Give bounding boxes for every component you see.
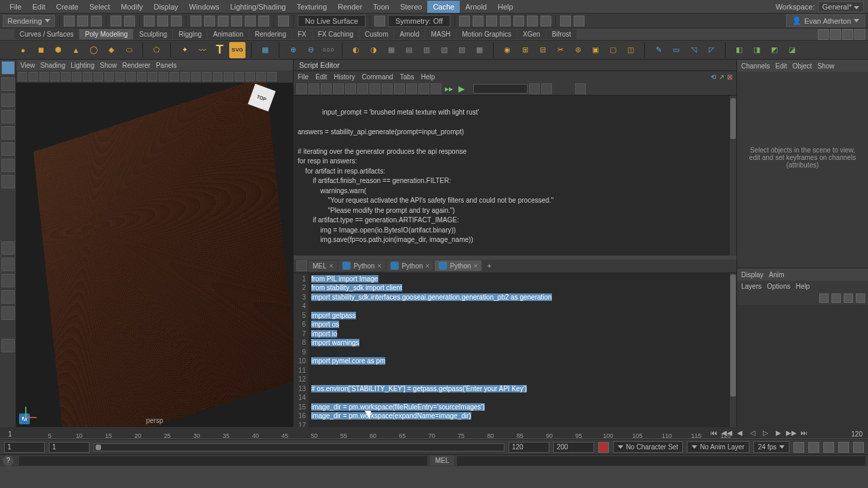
layer-down-icon[interactable] [831,293,841,303]
menu-lighting[interactable]: Lighting/Shading [224,1,291,13]
fps-dropdown[interactable]: 24 fps [753,441,789,453]
se-menu-tabs[interactable]: Tabs [400,73,414,81]
shelf-tab-sculpting[interactable]: Sculpting [134,29,172,39]
vp-gamma-icon[interactable] [267,72,277,81]
step-back-icon[interactable]: ◀ [734,427,745,438]
se-clear-history-icon[interactable] [345,83,356,94]
vp-menu-renderer[interactable]: Renderer [122,62,151,69]
workspace-value[interactable]: General* [818,1,864,12]
character-set-dropdown[interactable]: No Character Set [613,441,683,453]
close-tab-icon[interactable]: × [426,262,430,270]
custom-4-icon[interactable]: ◪ [784,42,800,58]
connect-icon[interactable]: ▨ [454,42,470,58]
snap-point-icon[interactable] [218,16,229,26]
script-editor-icon[interactable] [853,442,864,453]
vp-field-chart-icon[interactable] [104,72,114,81]
menu-select[interactable]: Select [84,1,116,13]
sidebar-toggle-2-icon[interactable] [830,29,841,40]
move-tool[interactable] [1,94,15,107]
shelf-tab-rigging[interactable]: Rigging [173,29,207,39]
audio-icon[interactable] [823,442,834,453]
menu-texturing[interactable]: Texturing [291,1,332,13]
step-fwd-icon[interactable]: ▶ [773,427,784,438]
layer-add-icon[interactable] [844,293,853,303]
vp-isolate-icon[interactable] [224,72,233,81]
shelf-tab-poly[interactable]: Poly Modeling [79,29,133,39]
se-goto-icon[interactable] [575,83,586,94]
vp-ao-icon[interactable] [191,72,201,81]
menu-stereo[interactable]: Stereo [395,1,427,13]
sidebar-toggle-1-icon[interactable] [818,29,829,40]
snap-curve-icon[interactable] [204,16,215,26]
shelf-tab-xgen[interactable]: XGen [517,29,546,39]
live-surface-icon[interactable] [258,16,269,26]
code-area[interactable]: from PIL import Imagefrom stability_sdk … [309,273,736,428]
menu-display[interactable]: Display [149,1,184,13]
menu-windows[interactable]: Windows [184,1,225,13]
help-icon[interactable]: ? [3,455,14,466]
snap-plane-icon[interactable] [231,16,242,26]
rp-tab-channels[interactable]: Channels [741,62,770,70]
shelf-tab-mash[interactable]: MASH [425,29,456,39]
shelf-tab-arnold[interactable]: Arnold [394,29,425,39]
rp-tab-object[interactable]: Object [793,62,812,70]
last-tool[interactable] [1,142,15,156]
vp-xray-icon[interactable] [235,72,244,81]
sculpt-icon[interactable]: ✎ [650,42,667,58]
custom-2-icon[interactable]: ◨ [749,42,765,58]
range-slider[interactable] [94,443,505,451]
vp-menu-view[interactable]: View [20,62,35,69]
se-restore-icon[interactable]: ↗ [719,73,724,81]
quad-draw-icon[interactable]: ◫ [623,42,639,58]
construction-history-icon[interactable] [278,16,289,26]
se-minimize-icon[interactable]: ⟲ [711,73,716,81]
playblast-icon[interactable] [560,16,571,26]
custom-1-icon[interactable]: ◧ [731,42,747,58]
pause-icon[interactable] [574,16,585,26]
sidebar-toggle-3-icon[interactable] [842,29,853,40]
tweak-tool[interactable] [1,175,15,188]
snap-surface-icon[interactable] [245,16,256,26]
detach-icon[interactable]: ▩ [471,42,488,58]
viewport-3d[interactable]: TOP persp M [16,83,293,427]
snap-grid-icon[interactable] [191,16,201,26]
crease-icon[interactable]: ▭ [668,42,684,58]
symmetry-icon[interactable] [374,16,385,26]
separate-icon[interactable]: ⊖ [302,42,319,58]
workspace-selector[interactable]: Workspace: General* [776,1,864,12]
symmetry-status[interactable]: Symmetry: Off [388,15,450,27]
playback-start-field[interactable]: 1 [49,442,90,453]
vp-joint-xray-icon[interactable] [245,72,255,81]
soft-select-tool[interactable] [1,159,15,172]
script-output[interactable]: input_prompt = 'brushed metal texture wi… [294,96,736,256]
menu-arnold[interactable]: Arnold [460,1,492,13]
search-tool[interactable] [1,339,15,352]
type-tool-icon[interactable]: T [212,42,228,58]
se-menu-command[interactable]: Command [361,73,393,81]
se-execute-icon[interactable]: ▶ [458,84,465,94]
shelf-tab-rendering[interactable]: Rendering [250,29,292,39]
render-icon[interactable] [459,16,470,26]
undo-icon[interactable] [111,16,121,26]
se-show-history-icon[interactable] [382,83,393,94]
se-show-input-icon[interactable] [394,83,405,94]
quadrangulate-icon[interactable]: ◸ [703,42,719,58]
extrude-icon[interactable]: ◐ [348,42,364,58]
polycone-icon[interactable]: ▲ [68,42,84,58]
user-account-button[interactable]: 👤 Evan Atherton [786,14,865,27]
next-key-icon[interactable]: ▶▶ [786,427,797,438]
layout-two-icon[interactable] [1,274,15,287]
svg-tool-icon[interactable]: SVG [229,42,245,58]
vp-lights-icon[interactable] [170,72,179,81]
multicut-icon[interactable]: ✂ [552,42,568,58]
new-scene-icon[interactable] [64,16,75,26]
se-search-input[interactable] [473,84,528,94]
bevel-icon[interactable]: ▦ [383,42,399,58]
anim-layer-dropdown[interactable]: No Anim Layer [687,441,749,453]
vp-menu-shading[interactable]: Shading [41,62,66,69]
playback-end-field[interactable]: 120 [509,442,549,453]
select-tool[interactable] [1,61,15,75]
vp-menu-panels[interactable]: Panels [156,62,177,69]
play-back-icon[interactable]: ◁ [747,427,758,438]
se-line-numbers-icon[interactable] [431,83,441,94]
